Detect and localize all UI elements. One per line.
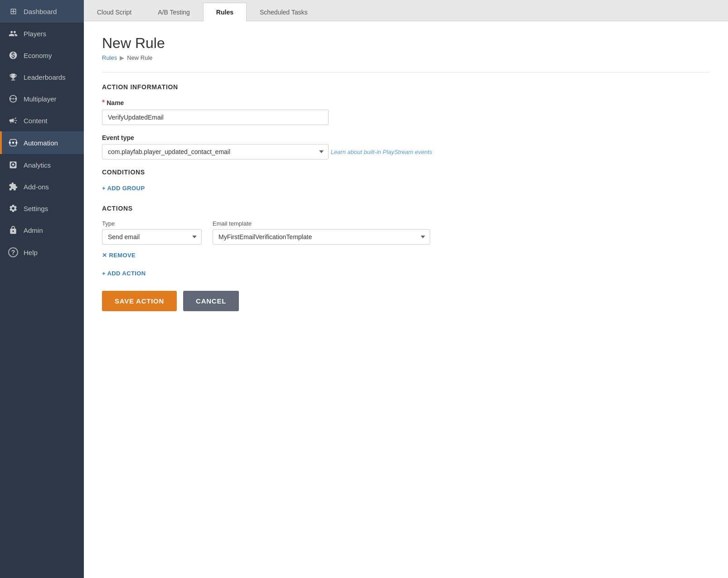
name-label: * Name — [102, 99, 710, 107]
grid-icon — [8, 6, 18, 16]
conditions-title: CONDITIONS — [102, 169, 710, 176]
sidebar-item-settings[interactable]: Settings — [0, 197, 84, 219]
sidebar-item-label: Dashboard — [24, 8, 57, 15]
add-action-button[interactable]: + ADD ACTION — [102, 270, 146, 277]
sidebar-item-label: Content — [24, 117, 48, 125]
breadcrumb-parent[interactable]: Rules — [102, 54, 117, 61]
leaderboards-icon — [8, 72, 18, 82]
tab-rules[interactable]: Rules — [203, 3, 247, 21]
remove-x-icon: ✕ — [102, 252, 107, 259]
sidebar-item-label: Automation — [24, 139, 58, 147]
sidebar-item-help[interactable]: ? Help — [0, 241, 84, 264]
sidebar-item-leaderboards[interactable]: Leaderboards — [0, 66, 84, 88]
economy-icon — [8, 51, 18, 60]
settings-icon — [8, 204, 18, 213]
tabs-bar: Cloud Script A/B Testing Rules Scheduled… — [84, 0, 728, 21]
sidebar-item-economy[interactable]: Economy — [0, 44, 84, 66]
tab-cloud-script[interactable]: Cloud Script — [84, 3, 145, 21]
sidebar-item-multiplayer[interactable]: Multiplayer — [0, 88, 84, 110]
tab-ab-testing[interactable]: A/B Testing — [145, 3, 203, 21]
sidebar-item-label: Help — [24, 249, 38, 256]
sidebar-item-analytics[interactable]: Analytics — [0, 154, 84, 176]
main-area: Cloud Script A/B Testing Rules Scheduled… — [84, 0, 728, 578]
svg-point-0 — [12, 98, 14, 99]
name-field-group: * Name — [102, 99, 710, 125]
actions-section: ACTIONS Type Send email Email template M… — [102, 205, 710, 277]
sidebar-item-label: Settings — [24, 205, 48, 212]
sidebar-item-label: Players — [24, 30, 46, 38]
sidebar: Dashboard Players Economy Leaderboards M… — [0, 0, 84, 578]
breadcrumb-separator: ▶ — [120, 54, 124, 61]
name-input[interactable] — [102, 110, 329, 125]
actions-title: ACTIONS — [102, 205, 710, 212]
svg-point-1 — [10, 98, 11, 99]
sidebar-item-label: Admin — [24, 226, 43, 234]
action-information-section: ACTION INFORMATION * Name Event type com… — [102, 83, 710, 159]
email-template-field: Email template MyFirstEmailVerificationT… — [213, 220, 430, 245]
type-field: Type Send email — [102, 220, 202, 245]
type-select[interactable]: Send email — [102, 229, 202, 245]
sidebar-item-admin[interactable]: Admin — [0, 219, 84, 241]
svg-point-2 — [15, 98, 16, 99]
sidebar-item-content[interactable]: Content — [0, 110, 84, 131]
multiplayer-icon — [8, 94, 18, 103]
automation-icon — [8, 138, 18, 148]
sidebar-item-label: Analytics — [24, 161, 51, 169]
sidebar-item-players[interactable]: Players — [0, 23, 84, 44]
sidebar-item-label: Multiplayer — [24, 95, 57, 103]
section-divider — [102, 72, 710, 72]
players-icon — [8, 29, 18, 38]
action-information-title: ACTION INFORMATION — [102, 83, 710, 91]
analytics-icon — [8, 160, 18, 169]
conditions-section: CONDITIONS + ADD GROUP — [102, 169, 710, 192]
cancel-button[interactable]: CANCEL — [183, 291, 239, 311]
svg-point-4 — [12, 142, 15, 144]
addons-icon — [8, 182, 18, 191]
sidebar-item-dashboard[interactable]: Dashboard — [0, 0, 84, 23]
save-button[interactable]: SAVE ACTION — [102, 291, 177, 311]
email-template-label: Email template — [213, 220, 430, 227]
breadcrumb: Rules ▶ New Rule — [102, 54, 710, 61]
action-row: Type Send email Email template MyFirstEm… — [102, 220, 710, 245]
remove-button[interactable]: ✕ REMOVE — [102, 252, 136, 259]
sidebar-item-label: Economy — [24, 52, 52, 59]
type-label: Type — [102, 220, 202, 227]
sidebar-item-automation[interactable]: Automation — [0, 131, 84, 154]
help-icon: ? — [8, 247, 18, 257]
page-title: New Rule — [102, 35, 710, 52]
event-type-field-group: Event type com.playfab.player_updated_co… — [102, 134, 710, 159]
content-area: New Rule Rules ▶ New Rule ACTION INFORMA… — [84, 21, 728, 578]
event-type-label: Event type — [102, 134, 710, 141]
admin-icon — [8, 226, 18, 235]
add-group-button[interactable]: + ADD GROUP — [102, 185, 145, 192]
learn-link[interactable]: Learn about built-in PlayStream events — [330, 149, 432, 155]
required-star: * — [102, 99, 105, 107]
tab-scheduled-tasks[interactable]: Scheduled Tasks — [247, 3, 321, 21]
sidebar-item-label: Leaderboards — [24, 73, 66, 81]
email-template-select[interactable]: MyFirstEmailVerificationTemplate — [213, 229, 430, 245]
sidebar-item-label: Add-ons — [24, 183, 49, 191]
event-type-select[interactable]: com.playfab.player_updated_contact_email — [102, 144, 329, 159]
breadcrumb-current: New Rule — [127, 54, 152, 61]
content-icon — [8, 116, 18, 125]
sidebar-item-addons[interactable]: Add-ons — [0, 176, 84, 197]
form-buttons: SAVE ACTION CANCEL — [102, 291, 710, 311]
remove-label: REMOVE — [109, 252, 136, 259]
